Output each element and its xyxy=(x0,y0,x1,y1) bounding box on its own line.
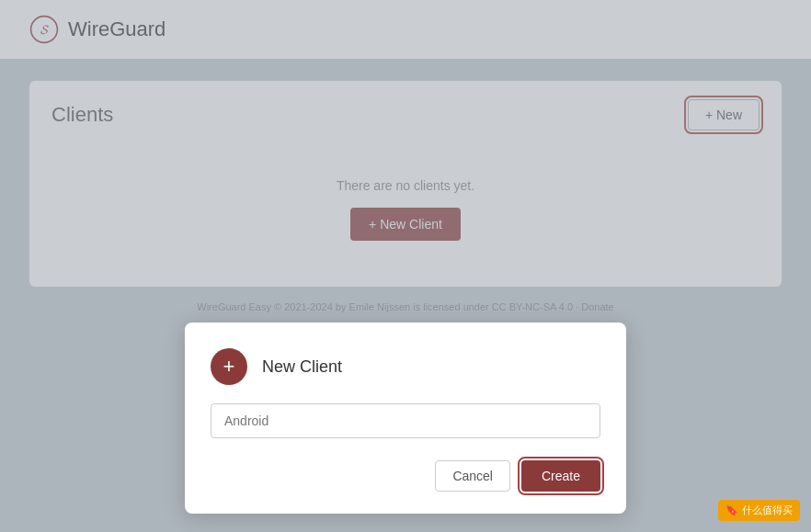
modal-title: New Client xyxy=(262,357,342,377)
modal-header: + New Client xyxy=(211,348,600,385)
watermark-icon: 🔖 xyxy=(725,504,738,516)
watermark: 🔖 什么值得买 xyxy=(718,500,800,521)
new-client-modal: + New Client Cancel Create xyxy=(185,323,626,514)
client-name-input[interactable] xyxy=(211,403,600,438)
modal-icon-label: + xyxy=(223,355,235,379)
cancel-button[interactable]: Cancel xyxy=(435,460,510,492)
create-button[interactable]: Create xyxy=(521,460,600,492)
watermark-text: 什么值得买 xyxy=(742,504,793,517)
modal-actions: Cancel Create xyxy=(211,460,600,492)
modal-icon: + xyxy=(211,348,247,385)
modal-overlay: + New Client Cancel Create xyxy=(0,0,811,532)
